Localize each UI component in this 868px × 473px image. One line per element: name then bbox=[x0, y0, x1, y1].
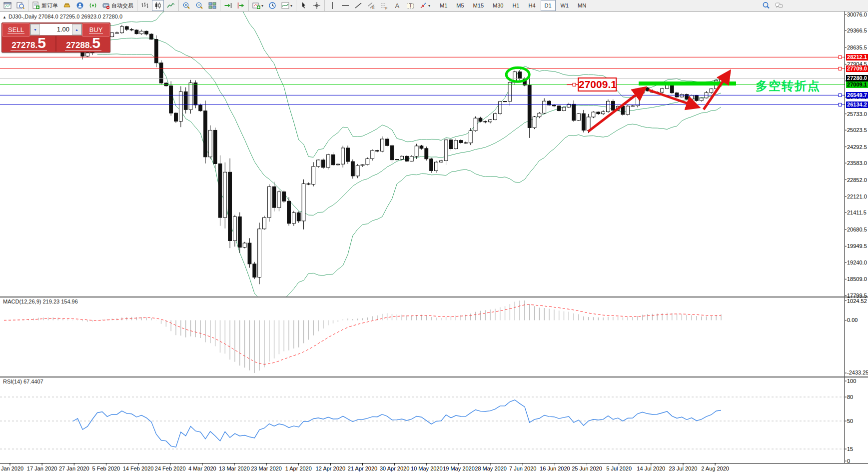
date-label: 13 Mar 2020 bbox=[219, 466, 250, 472]
new-order-icon bbox=[32, 2, 40, 10]
price-tick-label: 29366.5 bbox=[847, 28, 867, 34]
chart-canvas[interactable] bbox=[0, 0, 868, 473]
date-label: 19 May 2020 bbox=[443, 466, 475, 472]
bar-chart-button[interactable] bbox=[139, 0, 151, 11]
timeframe-h1[interactable]: H1 bbox=[508, 0, 523, 11]
chart-window-button[interactable] bbox=[1, 0, 13, 11]
date-label: 7 Jun 2020 bbox=[509, 466, 536, 472]
date-label: 24 Feb 2020 bbox=[155, 466, 186, 472]
price-tick-label: 19949.5 bbox=[847, 243, 867, 249]
date-label: 5 Feb 2020 bbox=[92, 466, 120, 472]
candlestick-icon bbox=[154, 2, 162, 10]
price-line-label: 27280.0 bbox=[846, 75, 868, 82]
price-line-label: 28212.1 bbox=[846, 54, 868, 60]
vertical-line-button[interactable] bbox=[326, 0, 338, 11]
hline-handle[interactable] bbox=[839, 56, 842, 58]
price-callout-27009[interactable]: 27009.1 bbox=[578, 78, 617, 92]
indicators-icon bbox=[281, 2, 289, 10]
toolbar: 新订单自动交易▾▾EFAT▾M1M5M15M30H1H4D1W1MN bbox=[0, 0, 868, 12]
timeframe-m30[interactable]: M30 bbox=[489, 0, 507, 11]
symbol-info: ▲DJ30-,Daily 27084.0 27295.0 26923.0 272… bbox=[2, 14, 122, 20]
date-label: 25 Jun 2020 bbox=[572, 466, 602, 472]
clock-button[interactable] bbox=[266, 0, 278, 11]
toolbar-right bbox=[760, 0, 786, 11]
indicators-button[interactable]: ▾ bbox=[279, 0, 294, 11]
community-button[interactable] bbox=[74, 0, 86, 11]
date-label: 4 Mar 2020 bbox=[188, 466, 216, 472]
price-tick-label: 28635.5 bbox=[847, 44, 867, 50]
hline-handle[interactable] bbox=[839, 103, 842, 106]
timeframe-mn[interactable]: MN bbox=[574, 0, 590, 11]
turning-point-text[interactable]: 多空转折点 bbox=[756, 78, 821, 94]
zoom-in-button[interactable] bbox=[180, 0, 192, 11]
sell-price[interactable]: 27278.5 bbox=[2, 36, 55, 52]
price-tick-label: 17799.5 bbox=[847, 292, 867, 298]
timeframe-h4[interactable]: H4 bbox=[524, 0, 539, 11]
autotrading-button[interactable]: 自动交易 bbox=[100, 0, 135, 11]
text-button[interactable]: A bbox=[391, 0, 403, 11]
crosshair-icon bbox=[313, 2, 321, 10]
candles bbox=[2, 25, 723, 284]
sell-button[interactable]: SELL bbox=[2, 24, 29, 36]
zoom-out-button[interactable] bbox=[193, 0, 205, 11]
bollinger-band-middle bbox=[97, 38, 721, 215]
new-order-button[interactable]: 新订单 bbox=[30, 0, 60, 11]
macd-label: MACD(12,26,9) 219.23 154.96 bbox=[3, 298, 78, 304]
arrow-shapes-button[interactable]: ▾ bbox=[417, 0, 432, 11]
signals-button[interactable] bbox=[87, 0, 99, 11]
hline-handle[interactable] bbox=[839, 67, 842, 70]
trendline-button[interactable] bbox=[352, 0, 364, 11]
new-chart-button[interactable]: ▾ bbox=[250, 0, 265, 11]
timeframe-m15[interactable]: M15 bbox=[469, 0, 488, 11]
line-chart-button[interactable] bbox=[165, 0, 177, 11]
crosshair-button[interactable] bbox=[311, 0, 323, 11]
timeframe-m5[interactable]: M5 bbox=[452, 0, 468, 11]
cursor-button[interactable] bbox=[298, 0, 310, 11]
tile-windows-button[interactable] bbox=[206, 0, 218, 11]
text-icon: A bbox=[393, 2, 401, 10]
timeframe-w1[interactable]: W1 bbox=[557, 0, 573, 11]
signals-icon bbox=[89, 2, 97, 10]
tile-windows-icon bbox=[208, 2, 216, 10]
volume-up-button[interactable]: ▲ bbox=[72, 24, 81, 35]
profile-search-button[interactable] bbox=[14, 0, 26, 11]
volume-down-button[interactable]: ▼ bbox=[30, 24, 40, 35]
search-button[interactable] bbox=[760, 0, 772, 11]
toolbar-group-chart-type bbox=[137, 0, 179, 11]
price-tick-label: 25023.5 bbox=[847, 127, 867, 133]
price-tick-label: 25733.0 bbox=[847, 111, 867, 117]
gold-icon bbox=[63, 2, 71, 10]
chat-button[interactable] bbox=[773, 0, 785, 11]
auto-scroll-button[interactable] bbox=[222, 0, 234, 11]
volume-spinner: ▼ 1.00 ▲ bbox=[30, 24, 82, 36]
macd-signal-line bbox=[4, 304, 721, 364]
rsi-axis-label: 80 bbox=[847, 394, 853, 400]
zoom-in-icon bbox=[182, 2, 190, 10]
gold-button[interactable] bbox=[61, 0, 73, 11]
date-label: 23 Mar 2020 bbox=[251, 466, 282, 472]
toolbar-group-zoom bbox=[179, 0, 220, 11]
fibonacci-button[interactable]: F bbox=[378, 0, 390, 11]
volume-input[interactable]: 1.00 bbox=[40, 24, 72, 35]
text-label-button[interactable]: T bbox=[404, 0, 416, 11]
horizontal-line-button[interactable] bbox=[339, 0, 351, 11]
svg-text:T: T bbox=[409, 3, 412, 8]
equidistant-channel-button[interactable]: E bbox=[365, 0, 377, 11]
candlestick-button[interactable] bbox=[152, 0, 164, 11]
callout-anchor bbox=[573, 83, 576, 86]
price-line-label: 27709.0 bbox=[846, 66, 868, 72]
price-line-label: 26134.2 bbox=[846, 102, 868, 108]
svg-text:A: A bbox=[395, 2, 400, 10]
symbol-ohlc-text: DJ30-,Daily 27084.0 27295.0 26923.0 2728… bbox=[8, 14, 122, 20]
timeframe-d1[interactable]: D1 bbox=[541, 0, 556, 11]
price-tick-label: 22121.0 bbox=[847, 194, 867, 200]
chart-shift-button[interactable] bbox=[235, 0, 247, 11]
collapse-triangle-icon[interactable]: ▲ bbox=[2, 15, 6, 20]
date-label: 1 Apr 2020 bbox=[285, 466, 312, 472]
toolbar-group-trade: 新订单自动交易 bbox=[28, 0, 137, 11]
macd-axis-zero: 0.00 bbox=[847, 317, 858, 323]
hline-handle[interactable] bbox=[839, 94, 842, 96]
date-label: 28 May 2020 bbox=[475, 466, 507, 472]
buy-price[interactable]: 27288.5 bbox=[56, 36, 110, 52]
timeframe-m1[interactable]: M1 bbox=[436, 0, 451, 11]
